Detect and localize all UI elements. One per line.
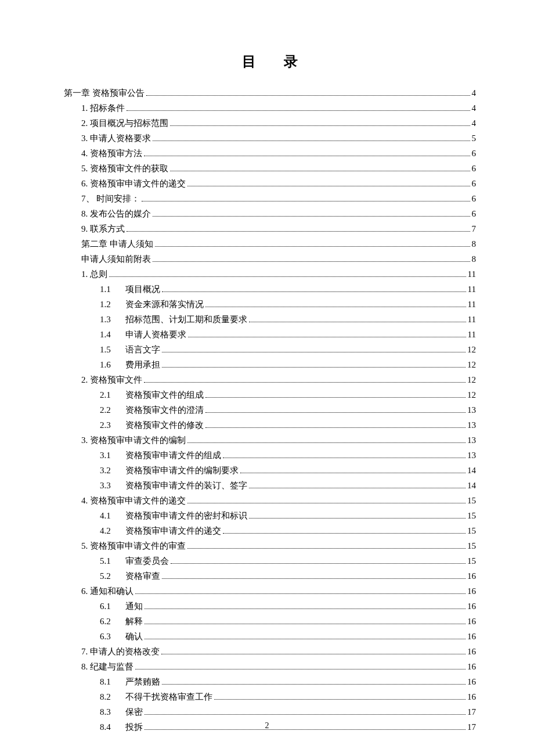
toc-entry-text: 项目概况: [125, 285, 160, 294]
toc-leader-dots: [155, 246, 470, 247]
toc-leader-dots: [144, 155, 470, 156]
toc-entry-number: 2.2: [100, 403, 123, 417]
toc-leader-dots: [170, 125, 470, 126]
toc-entry-label: 2.1 资格预审文件的组成: [100, 388, 204, 402]
toc-leader-dots: [145, 714, 466, 715]
toc-entry-label: 2. 资格预审文件: [81, 373, 142, 387]
toc-entry-label: 申请人须知前附表: [81, 252, 151, 266]
toc-entry-number: 1.6: [100, 358, 123, 372]
toc-entry-number: 1.: [81, 103, 88, 113]
toc-leader-dots: [162, 291, 466, 292]
toc-entry-page: 11: [468, 327, 476, 341]
toc-entry-text: 资格预审申请文件的组成: [125, 451, 221, 460]
toc-leader-dots: [170, 170, 470, 171]
toc-entry-number: 7.: [81, 647, 88, 656]
toc-leader-dots: [142, 200, 470, 201]
toc-row: 2.2 资格预审文件的澄清13: [64, 403, 476, 417]
toc-leader-dots: [205, 427, 466, 428]
toc-entry-page: 6: [472, 146, 477, 160]
toc-entry-label: 2.3 资格预审文件的修改: [100, 418, 204, 432]
toc-entry-label: 4. 资格预审方法: [81, 146, 142, 160]
toc-entry-label: 8.1 严禁贿赂: [100, 675, 160, 689]
toc-entry-number: 8.3: [100, 705, 123, 719]
toc-row: 7. 申请人的资格改变16: [64, 645, 476, 658]
toc-entry-page: 12: [467, 358, 476, 372]
toc-row: 4. 资格预审方法6: [64, 146, 476, 160]
toc-entry-text: 严禁贿赂: [125, 677, 160, 686]
toc-row: 6. 通知和确认16: [64, 584, 476, 598]
toc-entry-label: 4.1 资格预审申请文件的密封和标识: [100, 509, 247, 523]
toc-leader-dots: [188, 336, 466, 337]
toc-entry-number: 6.: [81, 179, 88, 188]
toc-entry-text: 资格审查: [125, 571, 160, 581]
toc-entry-page: 12: [467, 343, 476, 357]
toc-entry-number: 6.: [81, 586, 88, 596]
toc-entry-text: 资格预审申请文件的密封和标识: [125, 511, 247, 520]
toc-entry-number: 2.3: [100, 418, 123, 432]
toc-entry-text: 申请人须知: [110, 239, 153, 249]
toc-entry-number: 9.: [81, 224, 88, 233]
toc-entry-page: 11: [468, 297, 476, 311]
toc-leader-dots: [127, 110, 470, 111]
toc-entry-label: 4. 资格预审申请文件的递交: [81, 494, 186, 507]
toc-leader-dots: [135, 668, 466, 669]
toc-entry-label: 3.3 资格预审申请文件的装订、签字: [100, 478, 247, 492]
toc-entry-page: 15: [467, 554, 476, 568]
toc-entry-page: 16: [467, 629, 476, 643]
toc-entry-text: 确认: [125, 632, 143, 641]
toc-leader-dots: [135, 593, 466, 594]
toc-row: 3. 资格预审申请文件的编制13: [64, 433, 476, 447]
toc-row: 申请人须知前附表8: [64, 252, 476, 266]
toc-entry-label: 7、 时间安排：: [81, 192, 140, 206]
toc-entry-page: 6: [472, 192, 477, 206]
toc-entry-label: 2.2 资格预审文件的澄清: [100, 403, 204, 417]
toc-entry-text: 申请人资格要求: [125, 330, 186, 339]
toc-entry-text: 纪建与监督: [90, 662, 134, 671]
toc-entry-label: 1. 总则: [81, 267, 107, 281]
toc-entry-number: 1.2: [100, 297, 123, 311]
toc-entry-page: 15: [467, 494, 476, 507]
toc-row: 1.1 项目概况11: [64, 282, 476, 296]
toc-entry-page: 15: [467, 509, 476, 523]
toc-entry-page: 13: [467, 448, 476, 462]
toc-leader-dots: [249, 517, 466, 519]
toc-row: 8.1 严禁贿赂16: [64, 675, 476, 689]
toc-leader-dots: [109, 276, 466, 277]
toc-row: 第二章 申请人须知8: [64, 237, 476, 251]
toc-entry-text: 资格预审申请文件的装订、签字: [125, 481, 247, 490]
toc-entry-label: 第二章 申请人须知: [81, 237, 153, 251]
toc-entry-text: 资格预审申请文件的递交: [90, 179, 186, 188]
toc-entry-label: 5.1 审查委员会: [100, 554, 169, 568]
toc-row: 4.1 资格预审申请文件的密封和标识15: [64, 509, 476, 523]
toc-entry-label: 5. 资格预审文件的获取: [81, 161, 168, 175]
toc-entry-number: 1.5: [100, 343, 123, 357]
toc-entry-page: 13: [467, 403, 476, 417]
toc-entry-number: 4.2: [100, 524, 123, 538]
toc-entry-text: 资格预审申请文件的递交: [90, 496, 186, 505]
toc-entry-page: 8: [472, 237, 477, 251]
toc-entry-text: 资格预审文件的组成: [125, 390, 204, 399]
toc-leader-dots: [161, 653, 466, 654]
toc-leader-dots: [205, 306, 466, 307]
toc-entry-label: 6.1 通知: [100, 599, 143, 613]
toc-entry-label: 6.2 解释: [100, 614, 143, 628]
toc-row: 1.3 招标范围、计划工期和质量要求11: [64, 312, 476, 326]
toc-entry-label: 3. 申请人资格要求: [81, 131, 151, 145]
toc-entry-label: 1.1 项目概况: [100, 282, 160, 296]
toc-row: 1.4 申请人资格要求11: [64, 327, 476, 341]
toc-entry-text: 资格预审文件的澄清: [125, 405, 204, 415]
toc-entry-label: 7. 申请人的资格改变: [81, 645, 160, 658]
toc-entry-number: 3.2: [100, 463, 123, 477]
toc-entry-page: 4: [472, 86, 477, 100]
toc-entry-label: 1.3 招标范围、计划工期和质量要求: [100, 312, 247, 326]
toc-entry-page: 4: [472, 116, 477, 130]
toc-entry-text: 审查委员会: [125, 556, 169, 566]
toc-entry-text: 通知: [125, 602, 143, 611]
toc-leader-dots: [205, 412, 466, 413]
toc-row: 5. 资格预审申请文件的审查15: [64, 539, 476, 553]
toc-entry-page: 17: [467, 705, 476, 719]
toc-row: 1.5 语言文字12: [64, 343, 476, 357]
toc-row: 3.1 资格预审申请文件的组成13: [64, 448, 476, 462]
toc-leader-dots: [187, 548, 466, 549]
toc-entry-text: 解释: [125, 617, 143, 626]
